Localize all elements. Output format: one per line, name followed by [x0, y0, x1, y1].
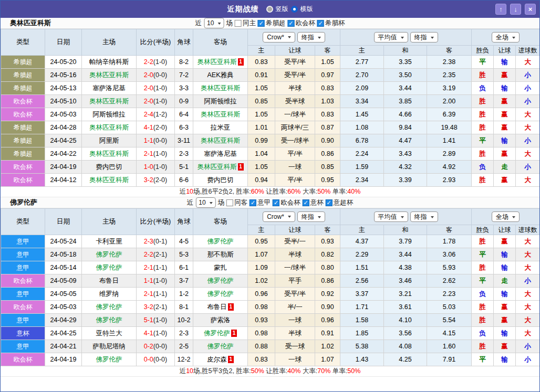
move-up-button[interactable]: ↑ [495, 4, 506, 15]
away-team[interactable]: 皮尔森 [207, 356, 227, 363]
away-team[interactable]: 佛罗伦萨 [207, 238, 234, 245]
home-team[interactable]: 奥林匹亚科斯 [89, 150, 129, 157]
home-team[interactable]: 佛罗伦萨 [96, 251, 122, 258]
match-count-select[interactable]: 10 [195, 197, 215, 208]
bookmaker-select[interactable]: Crow* [263, 211, 295, 222]
scope-select[interactable]: 全场 [492, 32, 520, 43]
league-checkbox[interactable]: ✓意超杯 [326, 198, 354, 207]
summary-row: 近10场,胜6平2负2, 胜率:60% 让胜率:60% 大率:50% 单率:40… [1, 187, 539, 197]
sub-column-header: 胜负 [472, 46, 494, 56]
home-team[interactable]: 亚特兰大 [96, 330, 122, 337]
league-checkbox[interactable]: ✓希腊超 [258, 19, 286, 28]
score-cell: 2-1(1-0) [137, 147, 175, 161]
home-team[interactable]: 阿斯顿维拉 [92, 111, 126, 118]
home-team[interactable]: 费内巴切 [96, 163, 122, 171]
match-row: 意甲24-05-24卡利亚里2-3(0-1)4-5佛罗伦萨0.95受半/一0.9… [1, 235, 540, 248]
away-team[interactable]: 拉米亚 [211, 124, 231, 131]
away-team[interactable]: AEK雅典 [207, 71, 233, 79]
average-select[interactable]: 平均值 [374, 32, 408, 43]
vertical-radio-label[interactable]: 竖版 [276, 5, 288, 14]
horizontal-radio-icon[interactable] [291, 6, 298, 13]
type-badge: 意甲 [1, 314, 45, 327]
halftime-score: (1-1) [153, 290, 167, 298]
result-handicap: 赢 [494, 147, 516, 161]
result-handicap: 输 [494, 82, 516, 95]
match-row: 欧会杯24-05-09布鲁日1-1(1-0)3-7佛罗伦萨1.02平手0.862… [1, 274, 540, 288]
home-team[interactable]: 佛罗伦萨 [96, 264, 122, 271]
score-cell: 2-1(1-1) [137, 261, 175, 274]
away-team[interactable]: 布鲁日 [207, 303, 227, 311]
team-name[interactable]: 佛罗伦萨 [10, 198, 37, 207]
home-team[interactable]: 佛罗伦萨 [96, 303, 122, 311]
away-team[interactable]: 佛罗伦萨 [204, 330, 230, 337]
scope-select[interactable]: 全场 [492, 211, 520, 222]
bookmaker-select[interactable]: Crow* [263, 32, 295, 43]
red-card-badge: 1 [238, 163, 244, 171]
away-team[interactable]: 奥林匹亚科斯 [201, 111, 240, 118]
league-checkbox[interactable]: ✓意杯 [303, 198, 324, 207]
league-checkbox[interactable]: ✓欧会杯 [287, 19, 315, 28]
odds-handicap: 半/一 [275, 301, 315, 314]
same-venue-checkbox[interactable]: 同主 [235, 19, 256, 28]
away-team[interactable]: 那不勒斯 [207, 251, 234, 258]
result-handicap: 输 [494, 248, 516, 261]
away-team[interactable]: 奥林匹亚科斯 [201, 137, 240, 144]
away-team[interactable]: 佛罗伦萨 [207, 343, 234, 350]
home-team[interactable]: 佛罗伦萨 [96, 316, 122, 324]
away-team[interactable]: 萨索洛 [211, 316, 231, 324]
average-select[interactable]: 平均值 [374, 211, 408, 222]
away-team[interactable]: 奥林匹亚科斯 [201, 84, 240, 92]
league-checkbox[interactable]: ✓欧会杯 [273, 198, 300, 207]
result-handicap: 输 [494, 353, 516, 366]
away-team[interactable]: 蒙扎 [214, 264, 227, 271]
final-index-select-2[interactable]: 终指 [410, 211, 438, 222]
home-team[interactable]: 维罗纳 [99, 290, 119, 298]
home-team[interactable]: 帕纳辛纳科斯 [89, 58, 129, 66]
home-team[interactable]: 奥林匹亚科斯 [89, 124, 129, 131]
final-index-select[interactable]: 终指 [297, 32, 325, 43]
halftime-score: (1-0) [153, 316, 167, 324]
close-button[interactable]: × [525, 4, 536, 15]
away-team[interactable]: 奥林匹亚科斯 [198, 163, 237, 171]
away-team[interactable]: 奥林匹亚科斯 [198, 58, 237, 66]
home-team[interactable]: 阿里斯 [99, 137, 119, 144]
summary-part: 大率: [300, 188, 317, 195]
fulltime-score: 4-1 [144, 124, 153, 131]
away-team[interactable]: 费内巴切 [207, 176, 234, 184]
halftime-score: (0-0) [153, 356, 167, 363]
odds-header-group: Crow*终指 [248, 209, 340, 225]
home-team[interactable]: 布鲁日 [99, 277, 119, 284]
fulltime-score: 2-0 [144, 98, 153, 105]
home-team[interactable]: 卡利亚里 [96, 238, 122, 245]
away-team[interactable]: 阿斯顿维拉 [204, 98, 237, 105]
score-cell: 5-1(1-0) [137, 314, 175, 327]
home-team[interactable]: 萨勒尼塔纳 [92, 343, 126, 350]
home-team[interactable]: 佛罗伦萨 [96, 356, 122, 363]
date-cell: 24-05-03 [45, 108, 82, 121]
league-checkbox[interactable]: ✓希腊杯 [317, 19, 345, 28]
team-name[interactable]: 奥林匹亚科斯 [10, 18, 51, 28]
final-index-select[interactable]: 终指 [297, 211, 325, 222]
same-venue-checkbox[interactable]: 同客 [226, 198, 247, 207]
home-team[interactable]: 塞萨洛尼基 [92, 84, 126, 92]
halftime-score: (1-0) [153, 58, 167, 66]
home-team[interactable]: 奥林匹亚科斯 [89, 71, 129, 79]
league-checkbox[interactable]: ✓意甲 [250, 198, 271, 207]
date-cell: 24-04-19 [45, 161, 82, 174]
summary-part: 70% [317, 367, 330, 375]
away-team[interactable]: 佛罗伦萨 [207, 277, 234, 284]
fulltime-score: 1-0 [144, 163, 153, 171]
home-team[interactable]: 奥林匹亚科斯 [89, 176, 129, 184]
score-cell: 2-2(2-1) [137, 248, 175, 261]
horizontal-radio-label[interactable]: 横版 [300, 5, 313, 14]
home-team[interactable]: 奥林匹亚科斯 [89, 98, 129, 105]
final-index-select-2[interactable]: 终指 [410, 32, 438, 43]
avg-away: 5.93 [427, 261, 472, 274]
match-count-select[interactable]: 10 [204, 18, 224, 28]
away-team[interactable]: 佛罗伦萨 [207, 290, 234, 298]
avg-draw: 4.47 [384, 134, 427, 147]
vertical-radio-icon[interactable] [266, 6, 273, 13]
move-down-button[interactable]: ↓ [510, 4, 521, 15]
match-row: 意甲24-04-29佛罗伦萨5-1(1-0)10-2萨索洛0.93一球0.961… [1, 314, 540, 327]
away-team[interactable]: 塞萨洛尼基 [204, 150, 237, 157]
